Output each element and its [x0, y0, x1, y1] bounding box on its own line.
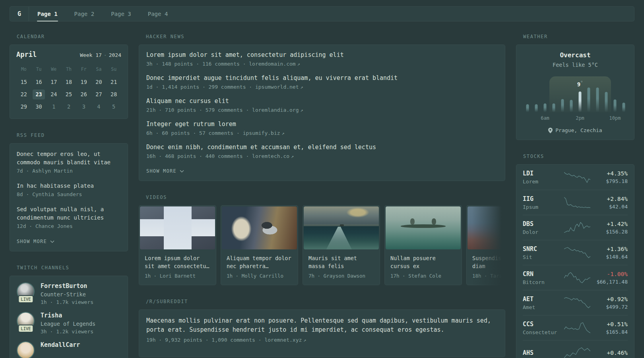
external-link-icon: ↗ [299, 84, 303, 90]
twitch-channel-game: Counter-Strike [41, 291, 93, 298]
stock-values: +0.51%$165.84 [593, 321, 628, 335]
video-meta: 7h · Grayson Dawson [308, 273, 374, 279]
avatar [17, 341, 35, 358]
hacker-news-item-meta: 3h · 148 points · 116 comments · loremdo… [146, 61, 498, 67]
hacker-news-item-stats: 1d · 1,414 points · 299 comments · [146, 84, 255, 90]
weather-tick-label: 2pm [576, 115, 584, 121]
rss-item-meta: 12d · Chance Jones [17, 223, 121, 229]
hacker-news-item-domain-link[interactable]: loremtech.co [252, 153, 289, 159]
dashboard-page: G Page 1Page 2Page 3Page 4 CALENDAR Apri… [0, 0, 644, 358]
stock-id: LDILorem [523, 170, 562, 185]
video-card[interactable]: Suspendisse quis diam18h · Tara [466, 205, 505, 285]
video-card[interactable]: Aliquam tempor dolor nec pharetra…1h · M… [221, 205, 298, 285]
weather-bar-current [579, 91, 582, 112]
hacker-news-item-title[interactable]: Aliquam nec cursus elit [146, 97, 498, 105]
nav-tab[interactable]: Page 3 [103, 7, 140, 21]
stock-change: +2.84% [593, 196, 628, 202]
rss-item-title[interactable]: Sed volutpat nulla nisl, a condimentum n… [17, 205, 121, 222]
calendar-weekday-header: Th [61, 63, 76, 76]
nav-tab[interactable]: Page 1 [29, 7, 66, 21]
stocks-section-title: STOCKS [523, 154, 634, 159]
external-link-icon: ↗ [289, 154, 294, 159]
hacker-news-item-title[interactable]: Lorem ipsum dolor sit amet, consectetur … [146, 51, 498, 58]
hacker-news-show-more-button[interactable]: SHOW MORE [146, 168, 184, 174]
calendar-day: 3 [78, 102, 90, 112]
left-column: CALENDAR April Week 17·2024 MoTuWeThFrSa… [10, 34, 128, 358]
hacker-news-item-domain-link[interactable]: loremdomain.com [249, 61, 295, 67]
hacker-news-item: Lorem ipsum dolor sit amet, consectetur … [146, 51, 498, 67]
rss-item-meta: 7d · Ashlyn Martin [17, 168, 121, 174]
calendar-separator: · [102, 52, 109, 58]
stock-price: $499.72 [593, 304, 628, 310]
video-thumbnail [140, 206, 215, 249]
stock-row[interactable]: CCSConsectetur+0.51%$165.84 [523, 315, 628, 340]
stocks-card: LDILorem+4.35%$795.18IIGIpsum+2.84%$42.0… [516, 164, 634, 358]
nav-tab[interactable]: Page 2 [66, 7, 103, 21]
stock-spark-wrap [562, 221, 593, 234]
twitch-channel-row[interactable]: KendallCarr [17, 341, 121, 358]
weather-current-temp: 9° [577, 80, 583, 88]
twitch-card: LIVEForrestBurtonCounter-Strike1h · 1.7k… [10, 276, 128, 358]
hacker-news-item-title[interactable]: Donec imperdiet augue tincidunt felis al… [146, 74, 498, 82]
video-card[interactable]: Lorem ipsum dolor sit amet consectetu…1h… [139, 205, 216, 285]
calendar-day: 19 [78, 77, 90, 87]
calendar-weekday-header: Sa [91, 63, 107, 76]
stock-name: Sit [523, 254, 562, 260]
stock-row[interactable]: AETAmet+0.92%$499.72 [523, 290, 628, 315]
hacker-news-item-domain-link[interactable]: ipsumify.biz [243, 130, 280, 136]
twitch-channel-row[interactable]: LIVETrishaLeague of Legends3h · 1.2k vie… [17, 312, 121, 335]
stock-name: Amet [523, 304, 562, 310]
hacker-news-item: Integer eget rutrum lorem6h · 60 points … [146, 121, 498, 136]
calendar-day-today: 23 [33, 90, 45, 99]
calendar-day: 20 [93, 77, 105, 87]
calendar-weekday-header: Su [106, 63, 121, 76]
hacker-news-item-domain-link[interactable]: ipsumworld.net [255, 84, 299, 90]
stock-price: $148.64 [593, 254, 628, 260]
calendar-weekday-header: Tu [31, 63, 47, 76]
stock-row[interactable]: LDILorem+4.35%$795.18 [523, 165, 628, 190]
video-card[interactable]: Mauris sit amet massa felis7h · Grayson … [303, 205, 380, 285]
stock-row[interactable]: CRNBitcorn-1.00%$66,171.48 [523, 265, 628, 290]
stock-sparkline [564, 321, 590, 334]
weather-location: Prague, Czechia [523, 127, 628, 133]
stock-id: AHS [523, 349, 562, 356]
chevron-down-icon [50, 240, 54, 243]
external-link-icon: ↗ [299, 107, 303, 113]
weather-bar [544, 103, 547, 112]
stock-row[interactable]: IIGIpsum+2.84%$42.04 [523, 190, 628, 215]
hacker-news-show-more-label: SHOW MORE [146, 168, 177, 174]
twitch-avatar-wrap [17, 341, 35, 358]
stock-price: $795.18 [593, 178, 628, 184]
weather-section: WEATHER Overcast Feels like 5°C 9° 6am2p… [516, 34, 634, 140]
calendar-day: 24 [48, 90, 60, 99]
hacker-news-item-domain-link[interactable]: loremlandia.org [252, 107, 299, 113]
stock-price: $156.28 [593, 229, 628, 235]
stock-row[interactable]: DBSDolor+1.42%$156.28 [523, 215, 628, 240]
hacker-news-item-title[interactable]: Integer eget rutrum lorem [146, 121, 498, 128]
subreddit-post-title[interactable]: Maecenas mollis pulvinar erat non posuer… [146, 316, 498, 335]
video-thumbnail [304, 206, 379, 249]
subreddit-post-domain-link[interactable]: loremnet.xyz [264, 337, 302, 343]
stock-row[interactable]: SNRCSit+1.36%$148.64 [523, 240, 628, 265]
rss-item-title[interactable]: In hac habitasse platea [17, 182, 121, 190]
rss-item: Sed volutpat nulla nisl, a condimentum n… [17, 205, 121, 229]
stock-spark-wrap [562, 246, 593, 259]
weather-bar [535, 104, 538, 112]
calendar-week: Week 17·2024 [80, 52, 121, 58]
twitch-channel-row[interactable]: LIVEForrestBurtonCounter-Strike1h · 1.7k… [17, 282, 121, 305]
stock-ticker: LDI [523, 170, 562, 177]
hacker-news-item-title[interactable]: Donec enim nibh, condimentum et accumsan… [146, 144, 498, 151]
nav-tab[interactable]: Page 4 [140, 7, 177, 21]
calendar-weekday-header: Mo [16, 63, 31, 76]
rss-show-more-button[interactable]: SHOW MORE [17, 239, 54, 244]
video-card[interactable]: Nullam posuere cursus ex17h · Stefan Col… [384, 205, 462, 285]
rss-item-title[interactable]: Donec tempor eros leo, ut commodo mauris… [17, 150, 121, 167]
weather-location-label: Prague, Czechia [555, 127, 602, 133]
weather-section-title: WEATHER [523, 34, 634, 39]
stock-id: SNRCSit [523, 245, 562, 260]
calendar-month: April [16, 51, 37, 58]
stock-values: -1.00%$66,171.48 [593, 271, 628, 285]
hacker-news-section-title: HACKER NEWS [146, 34, 505, 39]
twitch-channel-name: KendallCarr [41, 341, 80, 348]
stock-row[interactable]: AHS+0.46% [523, 340, 628, 358]
